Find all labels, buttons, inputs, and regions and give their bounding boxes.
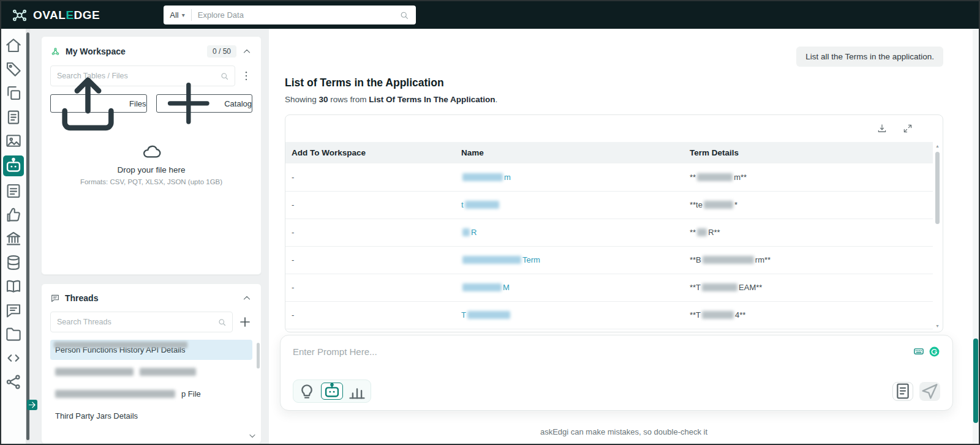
- send-button[interactable]: [919, 382, 940, 401]
- media-icon[interactable]: [4, 132, 23, 150]
- chart-icon: [347, 381, 368, 402]
- add-to-workspace-cell: -: [285, 274, 455, 301]
- app-window: OVALEDGE All▾ My Workspace 0 / 50: [0, 0, 980, 445]
- search-scope-dropdown[interactable]: All▾: [164, 10, 190, 20]
- thread-list-item[interactable]: [50, 362, 252, 382]
- threads-scrollbar-thumb[interactable]: [257, 343, 260, 368]
- rail-scrollbar-thumb[interactable]: [26, 32, 29, 440]
- plus-icon: [157, 72, 221, 135]
- table-toolbar: [285, 115, 943, 142]
- left-panel: My Workspace 0 / 50 Files Catalog: [41, 36, 262, 444]
- column-header: Term Details: [684, 142, 933, 163]
- table-scrollbar[interactable]: ▲ ▼: [934, 143, 941, 329]
- term-name-link[interactable]: m: [455, 163, 684, 191]
- threads-search: [50, 312, 233, 332]
- summary-button[interactable]: [892, 382, 913, 401]
- text-fragment: p File: [181, 389, 201, 398]
- add-to-workspace-cell: -: [285, 246, 455, 274]
- prompt-mode-group: [293, 380, 371, 403]
- add-to-workspace-cell: -: [285, 191, 455, 219]
- workspace-menu-button[interactable]: [240, 68, 252, 84]
- term-details-cell: **TEAM**: [684, 274, 933, 301]
- download-icon[interactable]: [876, 123, 888, 134]
- share-icon[interactable]: [4, 373, 23, 391]
- ovaledge-logo-icon: [11, 7, 28, 24]
- term-name-link[interactable]: M: [455, 274, 684, 301]
- lightbulb-icon: [296, 381, 317, 402]
- scroll-down-icon[interactable]: ▼: [934, 323, 941, 329]
- new-thread-button[interactable]: [238, 315, 252, 329]
- add-catalog-button[interactable]: Catalog: [156, 94, 253, 113]
- text-fragment: *: [734, 200, 737, 209]
- thread-list-item[interactable]: Third Party Jars Details: [50, 406, 252, 426]
- notes-icon[interactable]: [4, 108, 23, 126]
- file-dropzone[interactable]: Drop your file here Formats: CSV, PQT, X…: [50, 142, 252, 185]
- thread-list-item[interactable]: Person Functions History API Details: [50, 340, 252, 360]
- rows-count: 30: [319, 95, 328, 104]
- term-name-link[interactable]: R: [455, 219, 684, 246]
- workspace-collapse-button[interactable]: [241, 46, 252, 57]
- expand-sidebar-button[interactable]: [27, 400, 37, 410]
- main-scrollbar[interactable]: [973, 29, 979, 444]
- tags-icon[interactable]: [4, 60, 23, 78]
- thread-list: Person Functions History API Detailsp Fi…: [50, 340, 252, 426]
- explore-data-input[interactable]: [192, 10, 400, 20]
- chevron-up-icon: [241, 46, 252, 57]
- files-upload-button[interactable]: Files: [50, 94, 147, 113]
- threads-scroll-down-button[interactable]: [247, 431, 257, 441]
- search-icon[interactable]: [399, 10, 409, 20]
- dropzone-formats: Formats: CSV, PQT, XLSX, JSON (upto 1GB): [80, 178, 222, 185]
- text-fragment: **T: [690, 283, 701, 292]
- files-icon[interactable]: [4, 84, 23, 102]
- text-fragment: m**: [734, 173, 747, 182]
- plus-icon: [238, 315, 252, 329]
- text-fragment: t: [461, 200, 464, 209]
- grammarly-icon[interactable]: [929, 346, 940, 357]
- glossary-icon[interactable]: [4, 277, 23, 296]
- thread-list-item[interactable]: p File: [50, 384, 252, 404]
- text-fragment: R: [471, 228, 477, 237]
- askedgi-icon[interactable]: [3, 155, 24, 176]
- tasks-icon[interactable]: [4, 182, 23, 200]
- term-details-cell: **Brm**: [684, 246, 933, 274]
- governance-icon[interactable]: [4, 230, 23, 248]
- chevron-down-icon: ▾: [182, 12, 185, 18]
- term-name-link[interactable]: Term: [455, 246, 684, 274]
- brand[interactable]: OVALEDGE: [11, 7, 100, 24]
- comments-icon[interactable]: [4, 301, 23, 320]
- threads-search-input[interactable]: [51, 318, 217, 326]
- home-icon[interactable]: [4, 36, 23, 54]
- term-name-link[interactable]: T: [455, 301, 684, 329]
- term-details-cell: **m**: [684, 163, 933, 191]
- askedgi-mode-button[interactable]: [321, 383, 343, 400]
- user-message-bubble: List all the Terms in the application.: [796, 47, 943, 67]
- table-row: -t**te*: [285, 191, 933, 219]
- approvals-icon[interactable]: [4, 206, 23, 224]
- suggestions-mode-button[interactable]: [296, 383, 318, 400]
- keyboard-extension-icon[interactable]: [913, 345, 925, 357]
- redacted-text: [55, 390, 175, 398]
- term-name-link[interactable]: t: [455, 191, 684, 219]
- workspace-cluster-icon: [50, 47, 61, 57]
- redacted-text: [462, 173, 503, 181]
- scroll-up-icon[interactable]: ▲: [934, 143, 941, 149]
- data-catalog-icon[interactable]: [4, 253, 23, 272]
- text-fragment: Third Party Jars Details: [55, 411, 138, 421]
- redacted-text: [697, 173, 733, 181]
- projects-icon[interactable]: [4, 325, 23, 343]
- table-scrollbar-thumb[interactable]: [935, 152, 940, 224]
- threads-collapse-button[interactable]: [241, 293, 252, 304]
- prompt-input[interactable]: [293, 346, 913, 357]
- add-to-workspace-cell: -: [285, 163, 455, 191]
- rail-scrollbar[interactable]: [26, 29, 30, 444]
- chart-mode-button[interactable]: [346, 383, 368, 400]
- text-fragment: EAM**: [739, 283, 762, 292]
- query-icon[interactable]: [4, 349, 23, 367]
- table-row: -R**R**: [285, 219, 933, 246]
- text-fragment: **: [690, 228, 696, 237]
- main-scrollbar-thumb[interactable]: [973, 338, 978, 423]
- table-row: -T**T4**: [285, 301, 933, 329]
- expand-icon[interactable]: [902, 123, 913, 134]
- redacted-overlay: [54, 342, 187, 348]
- source-name: List Of Terms In The Application: [369, 95, 495, 104]
